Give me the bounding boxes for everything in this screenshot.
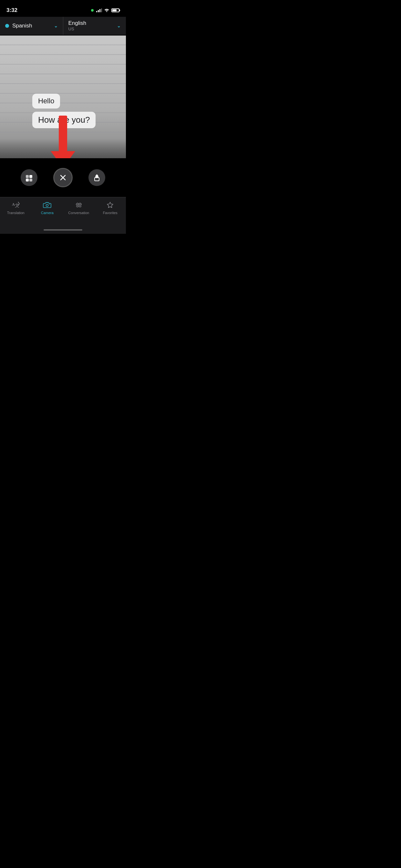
tab-favorites[interactable]: Favorites xyxy=(95,201,126,215)
status-time: 3:32 xyxy=(6,7,18,13)
arrow-head xyxy=(51,151,75,158)
arrow-shaft xyxy=(59,116,67,151)
wifi-icon xyxy=(104,8,110,13)
share-icon xyxy=(93,174,101,182)
target-language-name: English xyxy=(68,20,87,27)
conversation-icon xyxy=(74,201,83,210)
source-language-left: Spanish xyxy=(5,23,32,29)
tab-conversation-label: Conversation xyxy=(68,211,89,215)
svg-rect-1 xyxy=(29,175,32,178)
tab-camera-label: Camera xyxy=(41,211,54,215)
svg-rect-0 xyxy=(26,175,29,178)
svg-point-15 xyxy=(80,204,81,205)
camera-icon xyxy=(43,201,51,210)
language-selector-bar: Spanish ⌄ English US ⌄ xyxy=(0,17,126,35)
favorites-icon xyxy=(106,201,114,210)
language-dot xyxy=(5,24,9,28)
target-language-region: US xyxy=(68,27,87,32)
tab-camera[interactable]: Camera xyxy=(32,201,63,215)
tab-favorites-label: Favorites xyxy=(103,211,118,215)
source-language-button[interactable]: Spanish ⌄ xyxy=(0,17,63,35)
tab-translation-label: Translation xyxy=(7,211,25,215)
bubble-hello: Hello xyxy=(32,94,60,108)
svg-text:文: 文 xyxy=(15,203,19,208)
svg-point-10 xyxy=(46,205,49,207)
red-arrow xyxy=(51,116,75,158)
status-icons xyxy=(91,8,120,13)
gallery-button[interactable] xyxy=(21,169,37,186)
bubble-hello-text: Hello xyxy=(38,97,54,105)
target-language-left: English US xyxy=(68,20,87,32)
tab-bar: A 文 Translation Camera xyxy=(0,197,126,226)
signal-bars-icon xyxy=(96,8,102,12)
svg-rect-2 xyxy=(26,179,29,182)
share-button[interactable] xyxy=(89,169,105,186)
svg-text:A: A xyxy=(12,202,15,207)
status-bar: 3:32 xyxy=(0,0,126,16)
home-bar xyxy=(43,229,82,230)
target-chevron-icon: ⌄ xyxy=(117,23,121,28)
battery-icon xyxy=(112,8,120,12)
svg-point-13 xyxy=(77,204,78,205)
target-language-text: English US xyxy=(68,20,87,32)
green-dot-indicator xyxy=(91,9,94,11)
target-language-button[interactable]: English US ⌄ xyxy=(63,17,126,35)
translation-icon: A 文 xyxy=(11,201,20,210)
close-icon xyxy=(59,174,67,182)
tab-translation[interactable]: A 文 Translation xyxy=(0,201,32,215)
camera-viewfinder: Hello How are you? xyxy=(0,35,126,158)
source-chevron-icon: ⌄ xyxy=(54,23,58,28)
home-indicator xyxy=(0,226,126,234)
close-button[interactable] xyxy=(53,168,73,187)
red-arrow-container xyxy=(51,116,75,158)
svg-point-11 xyxy=(49,204,50,205)
tab-conversation[interactable]: Conversation xyxy=(63,201,95,215)
gallery-icon xyxy=(25,174,33,182)
svg-rect-3 xyxy=(29,179,32,182)
source-language-label: Spanish xyxy=(12,23,32,29)
camera-controls xyxy=(0,158,126,197)
